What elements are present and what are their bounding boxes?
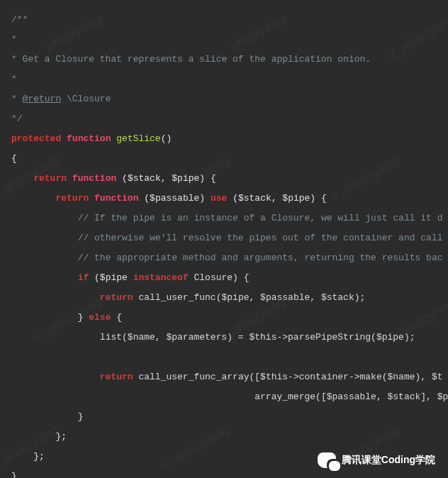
brace: } [11,471,17,478]
if-cond: Closure) { [189,272,250,283]
call: call_user_func_array([$this->container->… [138,372,442,382]
params: ($stack, $pipe) { [122,173,216,184]
statement: list($name, $parameters) = $this->parseP… [100,332,415,343]
keyword-return: return [100,372,133,382]
brace: { [11,153,17,164]
comment-line: // the appropriate method and arguments,… [78,252,443,263]
call: call_user_func($pipe, $passable, $stack)… [138,292,365,303]
keyword-function: function [72,173,116,184]
keyword-function: function [67,133,111,144]
function-name: getSlice [116,133,160,144]
keyword-else: else [89,312,111,323]
keyword-return: return [33,173,67,184]
footer-label: 腾讯课堂Coding学院 [342,454,435,467]
keyword-function: function [94,193,138,204]
comment-line: * [11,34,17,45]
keyword-return: return [100,292,133,303]
comment-line: * @return \Closure [11,94,111,104]
keyword-instanceof: instanceof [133,272,189,283]
comment-line: * [11,74,17,84]
use-params: ($stack, $pipe) { [233,193,327,204]
brace: } [78,411,84,422]
comment-line: */ [11,113,23,124]
if-cond: ($pipe [94,272,133,283]
brace: } [78,312,89,323]
params: ($passable) [144,193,205,204]
comment-line: // If the pipe is an instance of a Closu… [78,213,443,223]
comment-line: // otherwise we'll resolve the pipes out… [78,233,443,243]
comment-line: /** [11,14,28,25]
parens: () [161,133,172,144]
keyword-use: use [211,193,227,204]
keyword-return: return [55,193,89,204]
phpdoc-tag: @return [23,94,62,104]
keyword-if: if [78,272,89,283]
brace: }; [55,431,67,442]
brace: }; [33,451,45,462]
call: array_merge([$passable, $stack], $pa [254,391,448,402]
footer-attribution: 腾讯课堂Coding学院 [318,452,435,468]
comment-line: * Get a Closure that represents a slice … [11,54,371,65]
wechat-icon [318,452,336,468]
brace: { [111,312,122,323]
keyword-protected: protected [11,133,61,144]
code-block: /** * * Get a Closure that represents a … [0,0,448,478]
